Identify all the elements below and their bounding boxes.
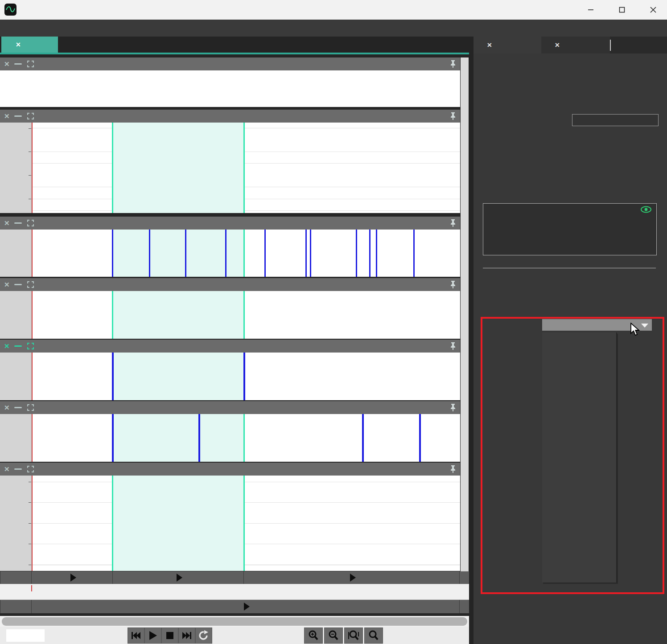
segment-2[interactable] xyxy=(112,571,244,584)
word-boundary[interactable] xyxy=(225,230,226,277)
play-segment-icon[interactable] xyxy=(70,574,76,582)
track-content-expressions[interactable] xyxy=(0,414,460,462)
playhead[interactable] xyxy=(32,353,33,400)
playhead[interactable] xyxy=(32,291,33,339)
segment-3[interactable] xyxy=(243,571,460,584)
play-segment-icon[interactable] xyxy=(350,574,356,582)
stop-button[interactable] xyxy=(161,628,178,644)
tab-close-icon[interactable]: ✕ xyxy=(555,41,560,49)
tab-tyger[interactable]: ✕ xyxy=(1,37,58,53)
track-header-expressions[interactable]: ✕ xyxy=(0,401,460,414)
track-header-word-alignment[interactable]: ✕ xyxy=(0,217,460,230)
word-boundary[interactable] xyxy=(376,230,377,277)
play-all-icon[interactable] xyxy=(244,603,250,611)
tracks-vertical-scrollbar[interactable] xyxy=(461,57,469,571)
track-minimize-icon[interactable] xyxy=(14,115,22,117)
play-segment-icon[interactable] xyxy=(177,574,182,582)
track-close-icon[interactable]: ✕ xyxy=(4,112,10,120)
menu-view[interactable] xyxy=(25,20,37,37)
track-expand-icon[interactable] xyxy=(27,220,34,226)
playhead[interactable] xyxy=(32,414,33,462)
close-button[interactable] xyxy=(643,0,663,20)
track-header-lip-sync[interactable]: ✕ xyxy=(0,278,460,291)
playhead[interactable] xyxy=(32,230,33,277)
option-surprised[interactable] xyxy=(542,480,616,494)
option-acknowledge[interactable] xyxy=(542,435,616,450)
skip-to-end-button[interactable] xyxy=(178,628,195,644)
tab-close-icon[interactable]: ✕ xyxy=(16,41,21,48)
eye-icon[interactable] xyxy=(640,206,652,215)
zoom-select-button[interactable] xyxy=(364,628,383,644)
track-header-text[interactable]: ✕ xyxy=(0,57,460,70)
visualizer-row[interactable] xyxy=(483,204,656,217)
word-boundary[interactable] xyxy=(356,230,357,277)
pin-icon[interactable] xyxy=(449,60,457,70)
frame-rate-input[interactable] xyxy=(572,114,659,126)
option-fearful[interactable] xyxy=(542,465,616,480)
track-expand-icon[interactable] xyxy=(27,343,34,349)
pin-icon[interactable] xyxy=(449,465,457,475)
track-minimize-icon[interactable] xyxy=(14,407,22,408)
segment-boundary[interactable] xyxy=(362,414,364,462)
selection-start-marker[interactable] xyxy=(112,123,113,213)
option-neutral[interactable] xyxy=(542,347,616,362)
track-expand-icon[interactable] xyxy=(27,113,34,119)
play-button[interactable] xyxy=(144,628,161,644)
zoom-in-button[interactable] xyxy=(304,628,323,644)
option-thinking[interactable] xyxy=(542,568,616,582)
track-content-word-alignment[interactable] xyxy=(0,230,460,277)
selection-start-marker[interactable] xyxy=(112,291,113,339)
playhead[interactable] xyxy=(32,123,33,213)
option-effort[interactable] xyxy=(542,391,616,406)
zoom-fit-button[interactable] xyxy=(344,628,363,644)
track-header-modifiers[interactable]: ✕ xyxy=(0,463,460,476)
current-time-input[interactable] xyxy=(6,629,45,642)
track-minimize-icon[interactable] xyxy=(14,345,22,347)
selection-end-marker[interactable] xyxy=(243,414,245,462)
segment-1[interactable] xyxy=(31,571,113,584)
selection-start-marker[interactable] xyxy=(112,476,113,571)
track-close-icon[interactable]: ✕ xyxy=(4,342,10,350)
option-negative[interactable] xyxy=(542,377,616,391)
word-boundary[interactable] xyxy=(413,230,415,277)
loop-button[interactable] xyxy=(195,628,212,644)
track-close-icon[interactable]: ✕ xyxy=(4,404,10,412)
playhead[interactable] xyxy=(32,476,33,571)
segment-boundary[interactable] xyxy=(112,414,114,462)
minimize-button[interactable] xyxy=(581,0,601,20)
segment-boundary[interactable] xyxy=(419,414,421,462)
option-friendly[interactable] xyxy=(542,538,616,553)
segment-boundary[interactable] xyxy=(112,353,114,400)
track-minimize-icon[interactable] xyxy=(14,284,22,285)
segment-boundary[interactable] xyxy=(198,414,200,462)
pin-icon[interactable] xyxy=(449,403,457,414)
tab-inspector[interactable]: ✕ xyxy=(473,37,542,53)
word-boundary[interactable] xyxy=(149,230,150,277)
menu-help[interactable] xyxy=(50,20,62,37)
tab-resources[interactable]: ✕ xyxy=(541,37,610,53)
track-expand-icon[interactable] xyxy=(27,404,34,411)
track-header-behavior-mode[interactable]: ✕ xyxy=(0,340,460,353)
word-boundary[interactable] xyxy=(264,230,266,277)
skip-to-start-button[interactable] xyxy=(128,628,144,644)
word-boundary[interactable] xyxy=(305,230,307,277)
maximize-button[interactable] xyxy=(612,0,632,20)
track-close-icon[interactable]: ✕ xyxy=(4,281,10,289)
pin-icon[interactable] xyxy=(449,112,457,122)
selection-end-marker[interactable] xyxy=(243,476,245,571)
track-content-lip-sync[interactable] xyxy=(0,291,460,339)
track-minimize-icon[interactable] xyxy=(14,468,22,470)
option-depressed[interactable] xyxy=(542,494,616,509)
time-ruler[interactable] xyxy=(0,584,469,600)
menu-edit[interactable] xyxy=(12,20,25,37)
option-happy[interactable] xyxy=(542,406,616,421)
menu-file[interactable] xyxy=(0,20,12,37)
track-expand-icon[interactable] xyxy=(27,281,34,288)
word-boundary[interactable] xyxy=(369,230,371,277)
pin-icon[interactable] xyxy=(449,219,457,229)
track-close-icon[interactable]: ✕ xyxy=(4,60,10,68)
option-manic[interactable] xyxy=(542,524,616,538)
horizontal-scrollbar-thumb[interactable] xyxy=(2,617,467,626)
pin-icon[interactable] xyxy=(449,342,457,352)
tab-close-icon[interactable]: ✕ xyxy=(487,41,492,49)
